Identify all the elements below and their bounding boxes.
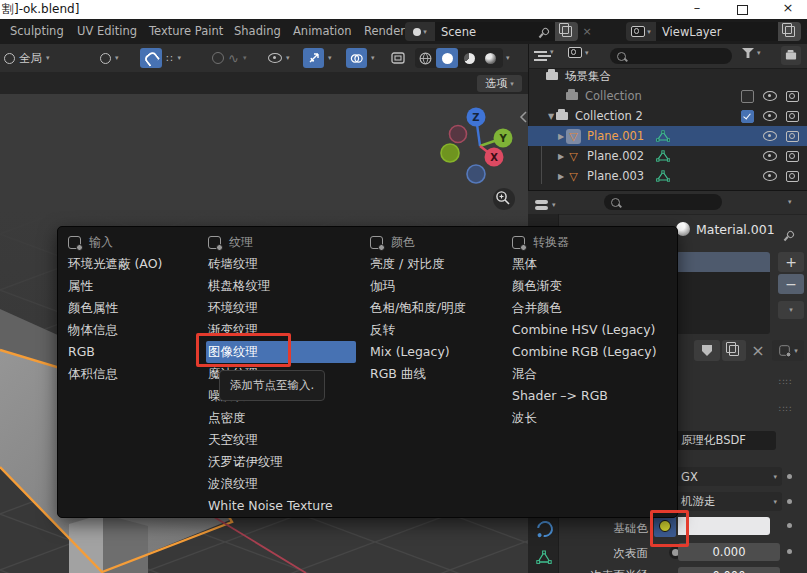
menu-item[interactable]: 属性 <box>66 275 206 297</box>
gizmos-toggle[interactable] <box>303 48 324 68</box>
properties-search-input[interactable] <box>604 194 722 210</box>
viewlayer-icon-button[interactable]: ▾ <box>626 22 656 41</box>
eye-icon[interactable] <box>763 131 777 141</box>
exclude-checkbox[interactable] <box>741 90 754 103</box>
menu-item[interactable]: 黑体 <box>510 253 672 275</box>
menu-item[interactable]: 伽玛 <box>368 275 506 297</box>
node-tree-selector[interactable]: ▾ <box>772 340 804 361</box>
keyframe-dot[interactable] <box>787 549 792 554</box>
row-plane-003[interactable]: ▶ ▽ Plane.003 <box>528 166 807 186</box>
remove-slot-button[interactable]: − <box>778 274 804 294</box>
shading-solid-button[interactable] <box>436 48 458 68</box>
tab-physics[interactable] <box>537 521 553 541</box>
slot-specials-button[interactable]: ▾ <box>778 301 804 319</box>
menu-item[interactable]: Combine RGB (Legacy) <box>510 341 672 363</box>
row-scene-collection[interactable]: 场景集合 <box>528 66 807 86</box>
shading-wireframe-button[interactable] <box>415 48 436 68</box>
row-plane-002[interactable]: ▶ ▽ Plane.002 <box>528 146 807 166</box>
expand-arrow-icon[interactable]: ▶ <box>556 152 566 161</box>
xray-toggle[interactable] <box>391 44 405 72</box>
menu-item[interactable]: 波浪纹理 <box>206 473 356 495</box>
transform-orientation-dropdown[interactable]: 全局 ▾ <box>4 44 50 72</box>
minimize-button[interactable]: – <box>684 0 710 17</box>
overlays-toggle-group[interactable]: ▾ <box>346 44 375 72</box>
shading-dropdown[interactable]: ▾ <box>506 44 510 72</box>
menu-item[interactable]: 体积信息 <box>66 363 206 385</box>
tab-uv-editing[interactable]: UV Editing <box>77 19 137 44</box>
keyframe-dot[interactable] <box>787 474 792 479</box>
menu-item[interactable]: 反转 <box>368 319 506 341</box>
keyframe-dot[interactable] <box>787 499 792 504</box>
menu-item[interactable]: 点密度 <box>206 407 356 429</box>
outliner-filter-button[interactable]: ▾ <box>742 48 761 58</box>
maximize-button[interactable] <box>737 5 748 15</box>
add-slot-button[interactable]: + <box>778 252 804 272</box>
camera-icon[interactable] <box>786 151 799 162</box>
scene-name-field[interactable]: Scene <box>435 22 555 41</box>
menu-item[interactable]: 环境光遮蔽 (AO) <box>66 253 206 275</box>
eye-icon[interactable] <box>763 151 777 161</box>
menu-item[interactable]: 颜色渐变 <box>510 275 672 297</box>
viewport-zoom-button[interactable] <box>493 188 515 210</box>
material-slot-selected[interactable] <box>676 252 770 272</box>
tab-sculpting[interactable]: Sculpting <box>10 19 64 44</box>
menu-item[interactable]: 物体信息 <box>66 319 206 341</box>
menu-item[interactable]: 波长 <box>510 407 672 429</box>
duplicate-material-button[interactable] <box>722 340 746 361</box>
gizmos-toggle-group[interactable]: ▾ <box>303 44 332 72</box>
surface-shader-button[interactable]: 原理化BSDF <box>676 431 776 450</box>
proportional-edit-group[interactable]: ∿ ▾ <box>212 44 246 72</box>
outliner-search-input[interactable] <box>610 48 732 64</box>
properties-editor-type-button[interactable]: ▾ <box>535 195 556 209</box>
menu-item[interactable]: 天空纹理 <box>206 429 356 451</box>
row-plane-001[interactable]: ▶ ▽ Plane.001 <box>528 126 807 146</box>
outliner-display-mode-button[interactable]: ▾ <box>568 47 589 58</box>
panel-grip[interactable]: ∷∷ <box>779 377 792 387</box>
camera-icon[interactable] <box>786 131 799 142</box>
properties-filter-dropdown[interactable]: ▾ <box>788 198 792 206</box>
menu-item[interactable]: 棋盘格纹理 <box>206 275 356 297</box>
viewlayer-duplicate-button[interactable] <box>778 22 801 41</box>
new-collection-button[interactable] <box>781 46 801 65</box>
menu-item[interactable]: RGB <box>66 341 206 363</box>
viewlayer-name-field[interactable]: ViewLayer <box>656 22 778 41</box>
menu-item[interactable]: RGB 曲线 <box>368 363 506 385</box>
show-gizmo-dropdown[interactable]: ▾ <box>268 44 290 72</box>
tab-object-data[interactable] <box>536 549 552 568</box>
pin-icon[interactable] <box>541 27 551 37</box>
subsurface-value-field[interactable]: 0.000 <box>678 543 780 561</box>
expand-arrow-icon[interactable]: ▼ <box>546 112 556 121</box>
row-collection-2[interactable]: ▼ Collection 2 <box>528 106 807 126</box>
eye-icon[interactable] <box>763 91 777 101</box>
menu-item[interactable]: 沃罗诺伊纹理 <box>206 451 356 473</box>
options-button[interactable]: 选项 ▾ <box>477 75 522 92</box>
scene-unlink-button[interactable]: × <box>578 22 596 41</box>
menu-item[interactable]: 合并颜色 <box>510 297 672 319</box>
subsurface-radius-field[interactable]: 0.000 <box>678 567 780 573</box>
close-button[interactable]: × <box>775 0 801 17</box>
camera-icon[interactable] <box>786 91 799 102</box>
pivot-point-dropdown[interactable]: ▾ <box>100 44 119 72</box>
menu-item[interactable]: 亮度 / 对比度 <box>368 253 506 275</box>
row-collection[interactable]: Collection <box>528 86 807 106</box>
fake-user-button[interactable] <box>694 340 720 361</box>
menu-item[interactable]: Shader –> RGB <box>510 385 672 407</box>
menu-item[interactable]: 环境纹理 <box>206 297 356 319</box>
material-slot-list[interactable] <box>676 252 770 334</box>
panel-grip[interactable]: ∷∷ <box>779 404 792 414</box>
overlays-toggle[interactable] <box>346 48 367 68</box>
shading-rendered-button[interactable] <box>480 48 501 68</box>
menu-item[interactable]: 砖墙纹理 <box>206 253 356 275</box>
distribution-dropdown[interactable]: GX ▾ <box>676 467 782 486</box>
gizmo-neg-z-ball[interactable] <box>467 165 485 183</box>
subsurface-method-dropdown[interactable]: 机游走 ▾ <box>676 492 782 511</box>
menu-item[interactable]: Combine HSV (Legacy) <box>510 319 672 341</box>
scene-duplicate-button[interactable] <box>555 22 578 41</box>
expand-arrow-icon[interactable]: ▶ <box>556 172 566 181</box>
camera-icon[interactable] <box>786 171 799 182</box>
tab-texture-paint[interactable]: Texture Paint <box>149 19 223 44</box>
menu-item[interactable]: 混合 <box>510 363 672 385</box>
tab-animation[interactable]: Animation <box>293 19 352 44</box>
expand-arrow-icon[interactable]: ▶ <box>556 132 566 141</box>
outliner-editor-type-button[interactable]: ▾ <box>534 48 554 56</box>
